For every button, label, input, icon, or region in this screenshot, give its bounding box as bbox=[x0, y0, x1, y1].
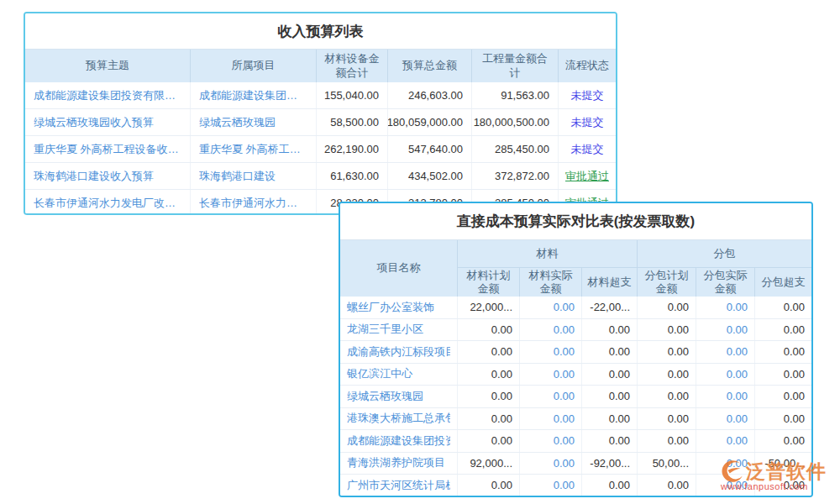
project-name-cell: 青海洪湖养护院项目 bbox=[340, 453, 458, 475]
material-actual-link[interactable]: 0.00 bbox=[554, 301, 575, 313]
project-name-link[interactable]: 绿城云栖玫瑰园 bbox=[347, 389, 450, 404]
project-name-cell: 成都能源建设集团投资有限 bbox=[340, 430, 458, 452]
budget-subject-link[interactable]: 珠海鹤港口建设收入预算 bbox=[34, 169, 181, 184]
subcontract-actual-link[interactable]: 0.00 bbox=[727, 368, 748, 381]
budget-total-value: 246,603.00 bbox=[388, 82, 472, 108]
budget-subject-link[interactable]: 绿城云栖玫瑰园收入预算 bbox=[34, 115, 181, 130]
project-name-link[interactable]: 龙湖三千里小区 bbox=[347, 322, 450, 337]
cost-comparison-panel: 直接成本预算实际对比表(按发票取数) 项目名称 材料 分包 材料计划金额 材料实… bbox=[339, 202, 813, 497]
subcontract-actual-link[interactable]: 0.00 bbox=[727, 390, 748, 402]
workflow-status-link[interactable]: 未提交 bbox=[571, 142, 604, 157]
material-overrun-value: -92,00... bbox=[582, 453, 638, 475]
project-name-link[interactable]: 成都能源建设集团投资有限 bbox=[347, 433, 450, 449]
subcontract-plan-value: 0.00 bbox=[638, 364, 696, 386]
material-actual-link[interactable]: 0.00 bbox=[554, 390, 575, 402]
project-name-link[interactable]: 成渝高铁内江标段项目 bbox=[347, 344, 450, 360]
project-link[interactable]: 长春市伊通河水力发电厂... bbox=[199, 196, 307, 211]
workflow-status-link[interactable]: 未提交 bbox=[571, 88, 604, 103]
material-actual-link[interactable]: 0.00 bbox=[554, 368, 575, 381]
subcontract-overrun-value: 0.00 bbox=[755, 319, 811, 341]
cost-table-row: 龙湖三千里小区 0.00 0.00 0.00 0.00 0.00 0.00 bbox=[340, 319, 811, 342]
subcontract-plan-value: 0.00 bbox=[638, 297, 696, 318]
workflow-status-link[interactable]: 审批通过 bbox=[565, 169, 609, 184]
income-table-body: 成都能源建设集团投资有限公司临... 成都能源建设集团投资有... 155,04… bbox=[25, 82, 616, 215]
project-cell: 珠海鹤港口建设 bbox=[191, 163, 317, 189]
project-link[interactable]: 成都能源建设集团投资有... bbox=[199, 88, 307, 103]
material-plan-value: 22,000... bbox=[458, 297, 520, 318]
material-plan-value: 92,000... bbox=[458, 453, 520, 475]
material-actual-cell: 0.00 bbox=[520, 408, 582, 430]
subcontract-actual-cell: 0.00 bbox=[696, 430, 755, 452]
material-actual-link[interactable]: 0.00 bbox=[554, 323, 575, 336]
column-header-status: 流程状态 bbox=[559, 50, 616, 82]
income-budget-panel: 收入预算列表 预算主题 所属项目 材料设备金额合计 预算总金额 工程量金额合计 … bbox=[24, 12, 617, 215]
vendor-watermark: 泛普软件 www.fanpusoft.com bbox=[719, 459, 837, 491]
subcontract-actual-link[interactable]: 0.00 bbox=[727, 345, 748, 358]
subcontract-plan-value: 0.00 bbox=[638, 408, 696, 430]
income-table-row: 成都能源建设集团投资有限公司临... 成都能源建设集团投资有... 155,04… bbox=[25, 82, 616, 109]
material-actual-link[interactable]: 0.00 bbox=[554, 434, 575, 447]
column-header-material-plan: 材料计划金额 bbox=[458, 268, 520, 297]
material-total-value: 155,040.00 bbox=[317, 82, 388, 108]
budget-subject-link[interactable]: 长春市伊通河水力发电厂改建工程... bbox=[34, 196, 181, 211]
subcontract-overrun-value: 0.00 bbox=[755, 297, 811, 318]
quantity-total-value: 372,872.00 bbox=[472, 163, 559, 189]
group-header-subcontract: 分包 bbox=[638, 240, 811, 268]
cost-table-row: 港珠澳大桥施工总承包项目 0.00 0.00 0.00 0.00 0.00 0.… bbox=[340, 408, 811, 431]
column-header-subcontract-plan: 分包计划金额 bbox=[638, 268, 696, 297]
budget-subject-cell: 长春市伊通河水力发电厂改建工程... bbox=[25, 190, 191, 215]
subcontract-actual-cell: 0.00 bbox=[696, 297, 755, 318]
subcontract-actual-link[interactable]: 0.00 bbox=[727, 301, 748, 313]
project-name-link[interactable]: 港珠澳大桥施工总承包项目 bbox=[347, 411, 450, 426]
subcontract-actual-cell: 0.00 bbox=[696, 319, 755, 341]
budget-subject-cell: 重庆华夏 外高桥工程设备收入预算 bbox=[25, 136, 191, 162]
cost-table-row: 成渝高铁内江标段项目 0.00 0.00 0.00 0.00 0.00 0.00 bbox=[340, 341, 811, 364]
subcontract-actual-link[interactable]: 0.00 bbox=[727, 434, 748, 447]
subcontract-plan-value: 0.00 bbox=[638, 475, 696, 496]
project-link[interactable]: 重庆华夏 外高桥工程设备 bbox=[199, 142, 307, 157]
budget-total-value: 547,640.00 bbox=[388, 136, 472, 162]
project-cell: 绿城云栖玫瑰园 bbox=[191, 109, 317, 135]
material-actual-link[interactable]: 0.00 bbox=[554, 457, 575, 470]
material-total-value: 262,190.00 bbox=[317, 136, 388, 162]
project-name-cell: 港珠澳大桥施工总承包项目 bbox=[340, 408, 458, 430]
material-actual-cell: 0.00 bbox=[520, 453, 582, 475]
project-cell: 重庆华夏 外高桥工程设备 bbox=[191, 136, 317, 162]
budget-subject-cell: 绿城云栖玫瑰园收入预算 bbox=[25, 109, 191, 135]
subcontract-actual-cell: 0.00 bbox=[696, 386, 755, 407]
income-panel-title: 收入预算列表 bbox=[25, 13, 616, 50]
project-name-cell: 龙湖三千里小区 bbox=[340, 319, 458, 341]
cost-table-row: 螺丝厂办公室装饰 22,000... 0.00 -22,00... 0.00 0… bbox=[340, 297, 811, 319]
cost-table-row: 绿城云栖玫瑰园 0.00 0.00 0.00 0.00 0.00 0.00 bbox=[340, 386, 811, 408]
subcontract-actual-cell: 0.00 bbox=[696, 364, 755, 386]
workflow-status-link[interactable]: 未提交 bbox=[571, 115, 604, 130]
material-actual-cell: 0.00 bbox=[520, 364, 582, 386]
project-link[interactable]: 绿城云栖玫瑰园 bbox=[199, 115, 307, 130]
material-plan-value: 0.00 bbox=[458, 341, 520, 363]
project-cell: 成都能源建设集团投资有... bbox=[191, 82, 317, 108]
material-total-value: 61,630.00 bbox=[317, 163, 388, 189]
material-actual-link[interactable]: 0.00 bbox=[554, 412, 575, 425]
project-name-link[interactable]: 银亿滨江中心 bbox=[347, 366, 450, 381]
subcontract-actual-link[interactable]: 0.00 bbox=[727, 412, 748, 425]
budget-total-value: 434,502.00 bbox=[388, 163, 472, 189]
project-name-cell: 绿城云栖玫瑰园 bbox=[340, 386, 458, 407]
project-name-link[interactable]: 螺丝厂办公室装饰 bbox=[347, 300, 450, 315]
material-actual-link[interactable]: 0.00 bbox=[554, 479, 575, 491]
project-name-cell: 银亿滨江中心 bbox=[340, 364, 458, 386]
project-link[interactable]: 珠海鹤港口建设 bbox=[199, 169, 307, 184]
material-actual-link[interactable]: 0.00 bbox=[554, 345, 575, 358]
budget-subject-cell: 成都能源建设集团投资有限公司临... bbox=[25, 82, 191, 108]
subcontract-actual-link[interactable]: 0.00 bbox=[727, 323, 748, 336]
project-name-link[interactable]: 广州市天河区统计局机房改 bbox=[347, 478, 450, 493]
quantity-total-value: 180,000,500.00 bbox=[472, 109, 559, 135]
budget-subject-link[interactable]: 重庆华夏 外高桥工程设备收入预算 bbox=[34, 142, 181, 157]
material-overrun-value: 0.00 bbox=[582, 319, 638, 341]
income-table-row: 绿城云栖玫瑰园收入预算 绿城云栖玫瑰园 58,500.00 180,059,00… bbox=[25, 109, 616, 136]
cost-table-header: 项目名称 材料 分包 材料计划金额 材料实际金额 材料超支 分包计划金额 分包实… bbox=[340, 240, 811, 297]
subcontract-actual-cell: 0.00 bbox=[696, 408, 755, 430]
project-name-link[interactable]: 青海洪湖养护院项目 bbox=[347, 455, 450, 470]
budget-subject-link[interactable]: 成都能源建设集团投资有限公司临... bbox=[34, 88, 181, 103]
column-header-project-name: 项目名称 bbox=[340, 240, 458, 297]
column-header-subcontract-overrun: 分包超支 bbox=[755, 268, 811, 297]
